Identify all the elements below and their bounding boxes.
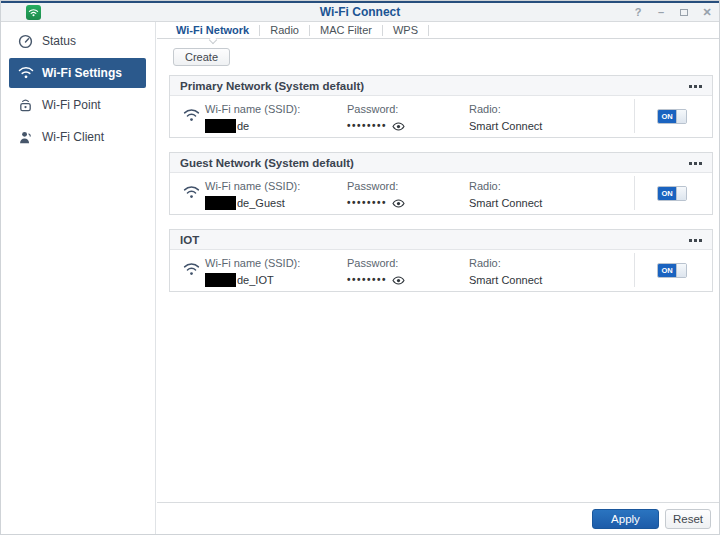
card-body: Wi-Fi name (SSID): de Password: ••••••••… [170, 96, 712, 137]
card-title: Guest Network (System default) [180, 157, 354, 169]
password-field: Password: •••••••• [347, 103, 405, 133]
eye-icon[interactable] [392, 197, 405, 210]
network-toggle[interactable]: ON [657, 263, 687, 278]
access-point-icon [17, 97, 34, 114]
sidebar-item-wifi-settings[interactable]: Wi-Fi Settings [9, 58, 146, 88]
card-header: IOT [170, 230, 712, 250]
toggle-on-label: ON [658, 264, 676, 277]
divider [634, 176, 635, 210]
wifi-connect-window: Wi-Fi Connect ? – ✕ Status Wi-Fi Setting… [0, 0, 720, 535]
ssid-field: Wi-Fi name (SSID): de [205, 103, 300, 133]
ssid-field: Wi-Fi name (SSID): de_Guest [205, 180, 300, 210]
card-title: IOT [180, 234, 199, 246]
toggle-knob [676, 110, 686, 123]
toggle-on-label: ON [658, 110, 676, 123]
ssid-value: de_IOT [237, 273, 274, 287]
password-masked: •••••••• [347, 196, 387, 210]
wifi-icon [183, 262, 200, 281]
wifi-icon [183, 108, 200, 127]
more-options-icon[interactable] [689, 153, 702, 173]
radio-value: Smart Connect [469, 196, 542, 210]
eye-icon[interactable] [392, 274, 405, 287]
window-controls: ? – ✕ [631, 3, 714, 21]
ssid-redaction [205, 273, 236, 287]
gauge-icon [17, 33, 34, 50]
wifi-icon [183, 185, 200, 204]
network-list: Primary Network (System default) Wi-Fi n… [169, 75, 711, 292]
radio-value: Smart Connect [469, 273, 542, 287]
window-title: Wi-Fi Connect [1, 3, 719, 21]
maximize-box [680, 9, 688, 16]
network-card-iot: IOT Wi-Fi name (SSID): de_IOT Password: … [169, 229, 713, 292]
card-header: Primary Network (System default) [170, 76, 712, 96]
radio-field: Radio: Smart Connect [469, 257, 542, 287]
divider [634, 253, 635, 287]
radio-field: Radio: Smart Connect [469, 103, 542, 133]
network-card-guest: Guest Network (System default) Wi-Fi nam… [169, 152, 713, 215]
radio-label: Radio: [469, 180, 542, 192]
apply-button[interactable]: Apply [592, 509, 659, 529]
tab-separator [428, 25, 429, 36]
ssid-redaction [205, 196, 236, 210]
tab-wifi-network[interactable]: Wi-Fi Network [166, 22, 259, 39]
card-body: Wi-Fi name (SSID): de_Guest Password: ••… [170, 173, 712, 214]
wifi-icon [17, 65, 34, 82]
sidebar-item-label: Wi-Fi Point [42, 98, 101, 112]
radio-label: Radio: [469, 257, 542, 269]
create-button[interactable]: Create [173, 48, 230, 66]
ssid-label: Wi-Fi name (SSID): [205, 180, 300, 192]
password-masked: •••••••• [347, 119, 387, 133]
ssid-field: Wi-Fi name (SSID): de_IOT [205, 257, 300, 287]
minimize-icon[interactable]: – [654, 5, 668, 19]
main-content: Wi-Fi Network Radio MAC Filter WPS Creat… [157, 22, 719, 534]
eye-icon[interactable] [392, 120, 405, 133]
active-tab-notch [208, 35, 216, 43]
more-options-icon[interactable] [689, 230, 702, 250]
close-icon[interactable]: ✕ [700, 5, 714, 19]
reset-button[interactable]: Reset [665, 509, 711, 529]
maximize-icon[interactable] [677, 5, 691, 19]
ssid-value: de [237, 119, 249, 133]
toggle-knob [676, 264, 686, 277]
footer-bar: Apply Reset [157, 502, 719, 534]
card-header: Guest Network (System default) [170, 153, 712, 173]
card-body: Wi-Fi name (SSID): de_IOT Password: ••••… [170, 250, 712, 291]
more-options-icon[interactable] [689, 76, 702, 96]
card-title: Primary Network (System default) [180, 80, 364, 92]
toggle-on-label: ON [658, 187, 676, 200]
tab-bar: Wi-Fi Network Radio MAC Filter WPS [157, 22, 719, 39]
divider [634, 99, 635, 133]
network-toggle[interactable]: ON [657, 109, 687, 124]
radio-value: Smart Connect [469, 119, 542, 133]
password-label: Password: [347, 257, 405, 269]
password-field: Password: •••••••• [347, 180, 405, 210]
password-label: Password: [347, 180, 405, 192]
sidebar: Status Wi-Fi Settings Wi-Fi Point Wi-Fi … [1, 22, 156, 534]
ssid-redaction [205, 119, 236, 133]
password-field: Password: •••••••• [347, 257, 405, 287]
password-masked: •••••••• [347, 273, 387, 287]
sidebar-item-label: Wi-Fi Client [42, 130, 104, 144]
help-icon[interactable]: ? [631, 5, 645, 19]
sidebar-item-wifi-client[interactable]: Wi-Fi Client [9, 122, 146, 152]
ssid-label: Wi-Fi name (SSID): [205, 103, 300, 115]
sidebar-item-status[interactable]: Status [9, 26, 146, 56]
tab-wps[interactable]: WPS [383, 22, 428, 39]
tab-radio[interactable]: Radio [260, 22, 309, 39]
sidebar-item-label: Status [42, 34, 76, 48]
tab-mac-filter[interactable]: MAC Filter [310, 22, 382, 39]
toggle-knob [676, 187, 686, 200]
sidebar-item-wifi-point[interactable]: Wi-Fi Point [9, 90, 146, 120]
person-icon [17, 129, 34, 146]
title-bar: Wi-Fi Connect ? – ✕ [1, 1, 719, 22]
network-card-primary: Primary Network (System default) Wi-Fi n… [169, 75, 713, 138]
sidebar-item-label: Wi-Fi Settings [42, 66, 122, 80]
network-toggle[interactable]: ON [657, 186, 687, 201]
radio-field: Radio: Smart Connect [469, 180, 542, 210]
radio-label: Radio: [469, 103, 542, 115]
password-label: Password: [347, 103, 405, 115]
ssid-label: Wi-Fi name (SSID): [205, 257, 300, 269]
ssid-value: de_Guest [237, 196, 285, 210]
